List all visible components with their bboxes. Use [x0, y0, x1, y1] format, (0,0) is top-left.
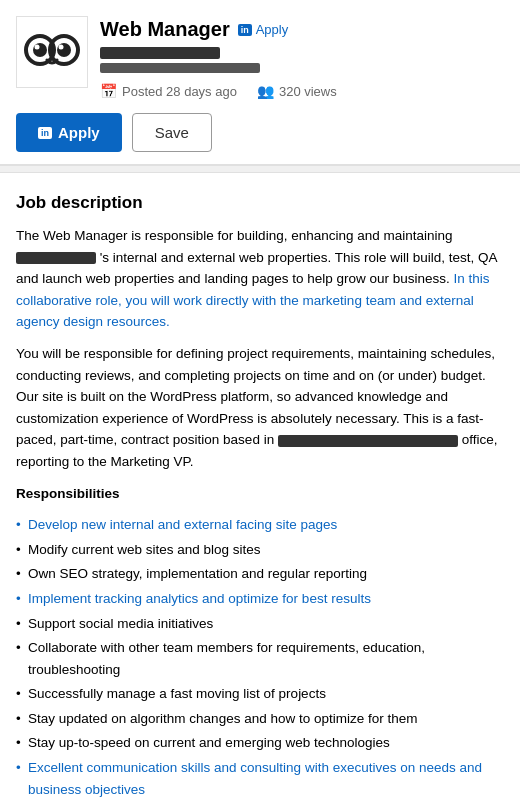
responsibility-item: Collaborate with other team members for …	[16, 637, 504, 680]
responsibility-item: Develop new internal and external facing…	[16, 514, 504, 536]
views-label: 320 views	[279, 84, 337, 99]
linkedin-apply-inline-label: Apply	[256, 22, 289, 37]
apply-button[interactable]: in Apply	[16, 113, 122, 152]
posted-label: Posted 28 days ago	[122, 84, 237, 99]
job-title: Web Manager	[100, 18, 230, 41]
svg-point-5	[59, 45, 64, 50]
jd-paragraph-2: You will be responsible for defining pro…	[16, 343, 504, 473]
linkedin-apply-inline-link[interactable]: in Apply	[238, 22, 289, 37]
location-redacted	[100, 63, 260, 73]
job-info: Web Manager in Apply 📅 Posted 28 days ag…	[100, 16, 504, 99]
responsibility-item: Successfully manage a fast moving list o…	[16, 683, 504, 705]
linkedin-badge-icon: in	[38, 127, 52, 139]
company-name-redacted-inline	[16, 252, 96, 264]
svg-point-2	[33, 43, 47, 57]
responsibility-item: Implement tracking analytics and optimiz…	[16, 588, 504, 610]
responsibility-item: Own SEO strategy, implementation and reg…	[16, 563, 504, 585]
apply-button-label: Apply	[58, 124, 100, 141]
linkedin-icon-small: in	[238, 24, 252, 36]
job-header: Web Manager in Apply 📅 Posted 28 days ag…	[0, 0, 520, 165]
posted-date: 📅 Posted 28 days ago	[100, 83, 237, 99]
responsibility-item: Modify current web sites and blog sites	[16, 539, 504, 561]
svg-point-4	[35, 45, 40, 50]
company-name-redacted	[100, 47, 220, 59]
calendar-icon: 📅	[100, 83, 117, 99]
responsibility-item: Excellent communication skills and consu…	[16, 757, 504, 800]
responsibility-item: Stay up-to-speed on current and emerging…	[16, 732, 504, 754]
save-button-label: Save	[155, 124, 189, 141]
responsibility-item: Stay updated on algorithm changes and ho…	[16, 708, 504, 730]
people-icon: 👥	[257, 83, 274, 99]
job-meta: 📅 Posted 28 days ago 👥 320 views	[100, 83, 504, 99]
jd-body: The Web Manager is responsible for build…	[16, 225, 504, 800]
responsibilities-list: Develop new internal and external facing…	[16, 514, 504, 800]
responsibility-item: Support social media initiatives	[16, 613, 504, 635]
job-description-section: Job description The Web Manager is respo…	[0, 173, 520, 809]
company-logo	[16, 16, 88, 88]
jd-paragraph-1: The Web Manager is responsible for build…	[16, 225, 504, 333]
svg-point-3	[57, 43, 71, 57]
location-redacted-inline	[278, 435, 458, 447]
action-buttons: in Apply Save	[16, 113, 504, 152]
save-button[interactable]: Save	[132, 113, 212, 152]
jd-intro-text: The Web Manager is responsible for build…	[16, 228, 453, 243]
jd-heading: Job description	[16, 193, 504, 213]
section-divider	[0, 165, 520, 173]
responsibilities-heading: Responsibilities	[16, 483, 504, 505]
jd-para2-text: You will be responsible for defining pro…	[16, 346, 495, 447]
views-count: 👥 320 views	[257, 83, 337, 99]
